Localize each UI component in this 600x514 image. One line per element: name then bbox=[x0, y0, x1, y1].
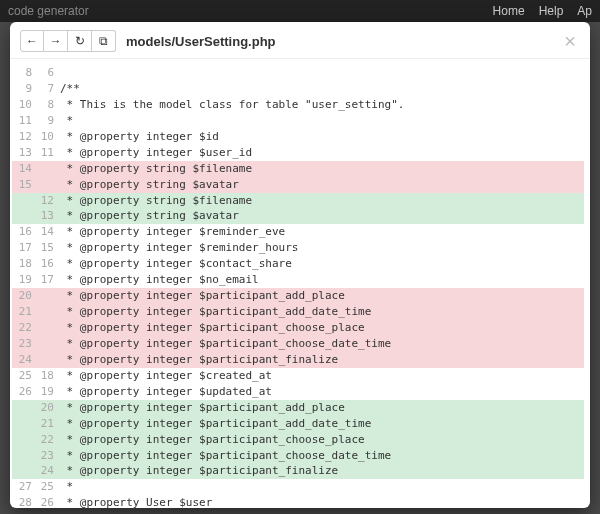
new-line-number: 24 bbox=[34, 463, 56, 479]
code-content: * @property User $user bbox=[56, 495, 584, 508]
forward-button[interactable]: → bbox=[44, 30, 68, 52]
diff-modal: ← → ↻ ⧉ models/UserSetting.php × 8697/**… bbox=[10, 22, 590, 508]
new-line-number bbox=[34, 304, 56, 320]
new-line-number: 22 bbox=[34, 432, 56, 448]
close-icon[interactable]: × bbox=[560, 31, 580, 51]
new-line-number bbox=[34, 288, 56, 304]
diff-line-add: 12 * @property string $filename bbox=[12, 193, 584, 209]
code-content: * @property integer $participant_add_dat… bbox=[56, 304, 584, 320]
modal-header: ← → ↻ ⧉ models/UserSetting.php × bbox=[10, 22, 590, 59]
old-line-number: 20 bbox=[12, 288, 34, 304]
new-line-number: 25 bbox=[34, 479, 56, 495]
nav-button-group: ← → ↻ ⧉ bbox=[20, 30, 116, 52]
code-content: * @property integer $participant_choose_… bbox=[56, 448, 584, 464]
old-line-number: 19 bbox=[12, 272, 34, 288]
diff-line-add: 22 * @property integer $participant_choo… bbox=[12, 432, 584, 448]
new-line-number bbox=[34, 336, 56, 352]
nav-link-home[interactable]: Home bbox=[493, 4, 525, 18]
nav-link-app[interactable]: Ap bbox=[577, 4, 592, 18]
code-content: * @property string $avatar bbox=[56, 177, 584, 193]
code-content: * @property integer $reminder_hours bbox=[56, 240, 584, 256]
code-content: * @property integer $participant_choose_… bbox=[56, 320, 584, 336]
new-line-number bbox=[34, 177, 56, 193]
old-line-number: 12 bbox=[12, 129, 34, 145]
diff-line-ctx: 2518 * @property integer $created_at bbox=[12, 368, 584, 384]
new-line-number: 7 bbox=[34, 81, 56, 97]
new-line-number: 11 bbox=[34, 145, 56, 161]
diff-line-ctx: 97/** bbox=[12, 81, 584, 97]
copy-button[interactable]: ⧉ bbox=[92, 30, 116, 52]
old-line-number bbox=[12, 463, 34, 479]
old-line-number bbox=[12, 448, 34, 464]
diff-line-add: 20 * @property integer $participant_add_… bbox=[12, 400, 584, 416]
diff-line-add: 24 * @property integer $participant_fina… bbox=[12, 463, 584, 479]
code-content bbox=[56, 65, 584, 81]
new-line-number bbox=[34, 320, 56, 336]
old-line-number: 25 bbox=[12, 368, 34, 384]
old-line-number: 23 bbox=[12, 336, 34, 352]
new-line-number: 16 bbox=[34, 256, 56, 272]
new-line-number: 18 bbox=[34, 368, 56, 384]
old-line-number bbox=[12, 208, 34, 224]
new-line-number: 9 bbox=[34, 113, 56, 129]
diff-line-add: 21 * @property integer $participant_add_… bbox=[12, 416, 584, 432]
code-content: * @property string $filename bbox=[56, 161, 584, 177]
diff-viewer[interactable]: 8697/**108 * This is the model class for… bbox=[10, 59, 590, 508]
diff-line-ctx: 86 bbox=[12, 65, 584, 81]
diff-line-ctx: 1210 * @property integer $id bbox=[12, 129, 584, 145]
code-content: * @property integer $no_email bbox=[56, 272, 584, 288]
code-content: * @property integer $participant_choose_… bbox=[56, 336, 584, 352]
diff-line-ctx: 1614 * @property integer $reminder_eve bbox=[12, 224, 584, 240]
old-line-number: 14 bbox=[12, 161, 34, 177]
new-line-number: 19 bbox=[34, 384, 56, 400]
old-line-number: 11 bbox=[12, 113, 34, 129]
new-line-number: 21 bbox=[34, 416, 56, 432]
old-line-number: 8 bbox=[12, 65, 34, 81]
old-line-number: 17 bbox=[12, 240, 34, 256]
new-line-number: 17 bbox=[34, 272, 56, 288]
old-line-number: 21 bbox=[12, 304, 34, 320]
old-line-number: 9 bbox=[12, 81, 34, 97]
new-line-number bbox=[34, 352, 56, 368]
old-line-number: 28 bbox=[12, 495, 34, 508]
old-line-number: 18 bbox=[12, 256, 34, 272]
code-content: * @property integer $participant_add_dat… bbox=[56, 416, 584, 432]
code-content: * @property integer $participant_add_pla… bbox=[56, 288, 584, 304]
diff-line-ctx: 1311 * @property integer $user_id bbox=[12, 145, 584, 161]
diff-line-ctx: 1816 * @property integer $contact_share bbox=[12, 256, 584, 272]
code-content: * @property integer $user_id bbox=[56, 145, 584, 161]
code-content: /** bbox=[56, 81, 584, 97]
diff-line-del: 20 * @property integer $participant_add_… bbox=[12, 288, 584, 304]
topbar-links: Home Help Ap bbox=[493, 4, 592, 18]
diff-line-ctx: 1715 * @property integer $reminder_hours bbox=[12, 240, 584, 256]
refresh-button[interactable]: ↻ bbox=[68, 30, 92, 52]
diff-line-ctx: 2725 * bbox=[12, 479, 584, 495]
old-line-number: 10 bbox=[12, 97, 34, 113]
old-line-number: 26 bbox=[12, 384, 34, 400]
code-content: * This is the model class for table "use… bbox=[56, 97, 584, 113]
nav-link-help[interactable]: Help bbox=[539, 4, 564, 18]
file-path: models/UserSetting.php bbox=[126, 34, 276, 49]
diff-line-ctx: 2619 * @property integer $updated_at bbox=[12, 384, 584, 400]
code-content: * @property integer $reminder_eve bbox=[56, 224, 584, 240]
diff-line-ctx: 1917 * @property integer $no_email bbox=[12, 272, 584, 288]
diff-line-ctx: 108 * This is the model class for table … bbox=[12, 97, 584, 113]
old-line-number: 24 bbox=[12, 352, 34, 368]
diff-line-del: 14 * @property string $filename bbox=[12, 161, 584, 177]
code-content: * @property integer $created_at bbox=[56, 368, 584, 384]
diff-line-del: 21 * @property integer $participant_add_… bbox=[12, 304, 584, 320]
old-line-number bbox=[12, 193, 34, 209]
back-button[interactable]: ← bbox=[20, 30, 44, 52]
new-line-number: 10 bbox=[34, 129, 56, 145]
diff-line-del: 23 * @property integer $participant_choo… bbox=[12, 336, 584, 352]
new-line-number: 26 bbox=[34, 495, 56, 508]
new-line-number: 20 bbox=[34, 400, 56, 416]
brand-title: code generator bbox=[8, 4, 89, 18]
old-line-number bbox=[12, 416, 34, 432]
diff-line-ctx: 119 * bbox=[12, 113, 584, 129]
code-content: * @property integer $participant_add_pla… bbox=[56, 400, 584, 416]
old-line-number: 15 bbox=[12, 177, 34, 193]
code-content: * @property integer $participant_finaliz… bbox=[56, 463, 584, 479]
diff-line-add: 13 * @property string $avatar bbox=[12, 208, 584, 224]
old-line-number: 27 bbox=[12, 479, 34, 495]
